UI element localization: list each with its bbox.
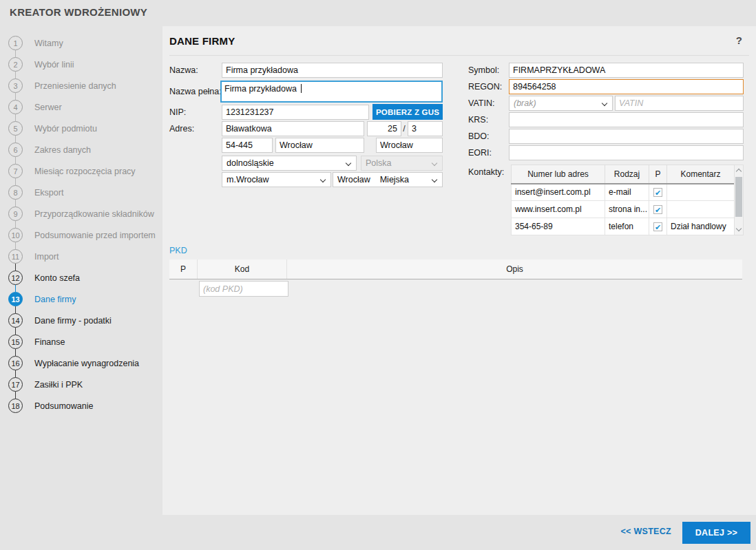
help-icon[interactable]: ? [736, 34, 742, 46]
sidebar-step-7[interactable]: 7Miesiąc rozpoczęcia pracy [8, 160, 162, 182]
contact-komentarz-cell[interactable] [667, 201, 735, 218]
kontakty-label: Kontakty: [468, 165, 504, 180]
chevron-down-icon [320, 177, 326, 182]
main-panel: DANE FIRMY ? Nazwa: Nazwa pełna: Firma p… [162, 26, 756, 515]
checkbox-checked-icon[interactable]: ✔ [653, 222, 662, 231]
step-label: Podsumowanie [34, 401, 93, 411]
pobierz-z-gus-button[interactable]: POBIERZ Z GUS [372, 104, 443, 120]
poczta-input[interactable] [376, 138, 443, 153]
contact-p-cell: ✔ [649, 184, 667, 201]
ulica-input[interactable] [222, 121, 364, 136]
text-cursor [301, 84, 302, 93]
step-number-badge: 7 [8, 164, 23, 178]
sidebar-step-4[interactable]: 4Serwer [8, 96, 162, 118]
gmina-select[interactable]: Wrocław Miejska [333, 172, 443, 187]
symbol-input[interactable] [509, 63, 744, 78]
nazwa-pelna-textarea[interactable]: Firma przykładowa [220, 81, 443, 103]
contacts-table: Numer lub adresRodzajPKomentarz insert@i… [511, 165, 744, 235]
sidebar-step-12[interactable]: 12Konto szefa [8, 267, 162, 288]
step-label: Przyporządkowanie składników [34, 209, 154, 219]
step-number-badge: 12 [8, 271, 23, 285]
contact-adres-cell[interactable]: insert@insert.com.pl [512, 184, 605, 201]
contact-row[interactable]: www.insert.com.plstrona in...✔ [512, 201, 735, 218]
step-number-badge: 10 [8, 228, 23, 242]
step-connector [15, 306, 16, 313]
contact-adres-cell[interactable]: www.insert.com.pl [512, 201, 605, 218]
wizard-sidebar: KREATOR WDROŻENIOWY 1Witamy2Wybór linii3… [0, 0, 162, 550]
sidebar-step-1[interactable]: 1Witamy [8, 32, 162, 54]
sidebar-step-15[interactable]: 15Finanse [8, 331, 162, 352]
nr-lokalu-input[interactable] [408, 121, 443, 136]
sidebar-step-16[interactable]: 16Wypłacanie wynagrodzenia [8, 352, 162, 374]
wojewodztwo-select[interactable]: dolnośląskie [222, 156, 357, 171]
contact-komentarz-cell[interactable] [667, 184, 735, 201]
chevron-down-icon [432, 160, 437, 166]
pkd-section-label: PKD [169, 246, 187, 255]
step-connector [15, 200, 16, 207]
sidebar-step-18[interactable]: 18Podsumowanie [8, 395, 162, 416]
nip-input[interactable] [222, 105, 369, 120]
sidebar-step-14[interactable]: 14Dane firmy - podatki [8, 310, 162, 331]
step-label: Wypłacanie wynagrodzenia [34, 359, 139, 368]
contact-p-cell: ✔ [649, 218, 667, 235]
contact-rodzaj-cell[interactable]: e-mail [605, 184, 649, 201]
checkbox-checked-icon[interactable]: ✔ [653, 188, 662, 197]
contact-row[interactable]: insert@insert.com.ple-mail✔ [512, 184, 735, 201]
nr-domu-input[interactable] [367, 121, 401, 136]
step-number-badge: 14 [8, 313, 23, 328]
pkd-kod-input[interactable] [199, 281, 288, 297]
chevron-down-icon [432, 177, 437, 182]
scrollbar-thumb[interactable] [735, 177, 742, 217]
contact-rodzaj-cell[interactable]: strona in... [605, 201, 649, 218]
step-number-badge: 4 [8, 100, 23, 114]
step-label: Zakres danych [34, 145, 91, 155]
eori-input[interactable] [509, 145, 744, 160]
scroll-up-icon[interactable] [736, 169, 742, 174]
next-button[interactable]: DALEJ >> [682, 522, 750, 544]
sidebar-step-6[interactable]: 6Zakres danych [8, 139, 162, 160]
vatin-input[interactable] [615, 96, 744, 111]
krs-label: KRS: [468, 112, 488, 127]
contact-adres-cell[interactable]: 354-65-89 [512, 218, 605, 235]
scroll-down-icon[interactable] [736, 226, 742, 231]
sidebar-step-3[interactable]: 3Przeniesienie danych [8, 75, 162, 96]
sidebar-step-13[interactable]: 13Dane firmy [8, 288, 162, 310]
contact-rodzaj-cell[interactable]: telefon [605, 218, 649, 235]
step-connector [15, 93, 16, 100]
nip-label: NIP: [169, 105, 186, 120]
sidebar-step-8[interactable]: 8Eksport [8, 182, 162, 203]
pkd-col-header: Opis [287, 260, 742, 279]
regon-input[interactable] [509, 79, 744, 94]
contact-p-cell: ✔ [649, 201, 667, 218]
step-connector [15, 157, 16, 164]
step-connector [15, 242, 16, 249]
step-connector [15, 328, 16, 335]
nazwa-pelna-text: Firma przykładowa [224, 84, 299, 94]
sidebar-step-5[interactable]: 5Wybór podmiotu [8, 118, 162, 139]
powiat-select[interactable]: m.Wrocław [222, 172, 331, 187]
contacts-col-header: Rodzaj [605, 165, 649, 184]
sidebar-step-2[interactable]: 2Wybór linii [8, 54, 162, 75]
contact-komentarz-cell[interactable]: Dział handlowy [667, 218, 735, 235]
sidebar-step-11[interactable]: 11Import [8, 246, 162, 267]
nazwa-input[interactable] [222, 63, 443, 78]
step-label: Wybór linii [34, 60, 74, 70]
krs-input[interactable] [509, 112, 744, 127]
back-button[interactable]: << WSTECZ [620, 527, 671, 536]
vatin-prefix-select[interactable]: (brak) [509, 96, 613, 111]
wojewodztwo-value: dolnośląskie [227, 158, 274, 168]
contacts-scrollbar[interactable] [734, 165, 744, 235]
bdo-input[interactable] [509, 129, 744, 144]
sidebar-step-17[interactable]: 17Zasiłki i PPK [8, 374, 162, 395]
sidebar-step-9[interactable]: 9Przyporządkowanie składników [8, 203, 162, 224]
title-divider [169, 55, 749, 56]
checkbox-checked-icon[interactable]: ✔ [653, 205, 662, 214]
regon-label: REGON: [468, 79, 502, 94]
step-connector [15, 178, 16, 185]
sidebar-step-10[interactable]: 10Podsumowanie przed importem [8, 224, 162, 246]
miejscowosc-input[interactable] [275, 138, 364, 153]
step-label: Zasiłki i PPK [34, 380, 83, 390]
contact-row[interactable]: 354-65-89telefon✔Dział handlowy [512, 218, 735, 235]
kod-pocztowy-input[interactable] [222, 138, 273, 153]
vatin-prefix-value: (brak) [514, 98, 536, 108]
